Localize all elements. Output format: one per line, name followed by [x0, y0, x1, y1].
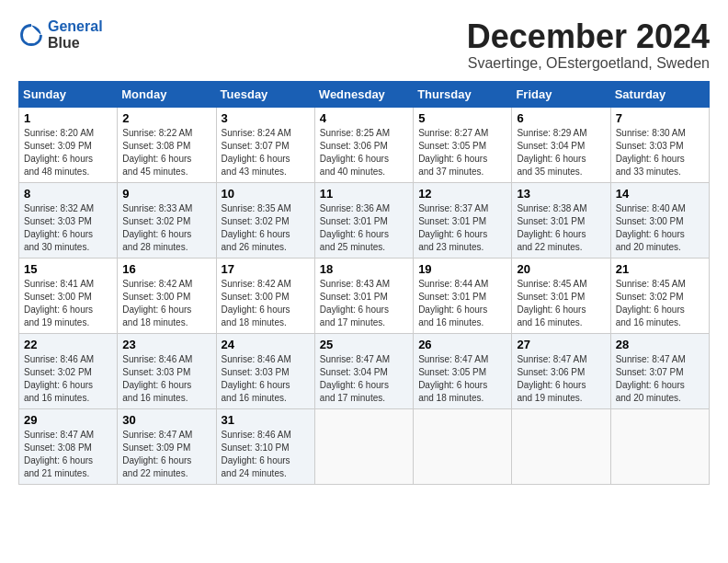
day-number: 22: [24, 338, 112, 351]
day-number: 2: [122, 111, 210, 125]
day-number: 15: [24, 262, 112, 276]
calendar-cell: 26Sunrise: 8:47 AM Sunset: 3:05 PM Dayli…: [414, 333, 512, 408]
day-number: 28: [616, 338, 704, 351]
day-number: 5: [418, 111, 506, 125]
day-info: Sunrise: 8:29 AM Sunset: 3:04 PM Dayligh…: [517, 127, 605, 178]
header-thursday: Thursday: [414, 81, 512, 107]
day-info: Sunrise: 8:42 AM Sunset: 3:00 PM Dayligh…: [122, 278, 210, 329]
day-info: Sunrise: 8:47 AM Sunset: 3:07 PM Dayligh…: [616, 353, 704, 405]
logo-icon: [18, 22, 44, 48]
day-number: 14: [616, 187, 704, 201]
day-info: Sunrise: 8:43 AM Sunset: 3:01 PM Dayligh…: [320, 278, 408, 329]
day-info: Sunrise: 8:22 AM Sunset: 3:08 PM Dayligh…: [122, 127, 210, 178]
day-info: Sunrise: 8:32 AM Sunset: 3:03 PM Dayligh…: [24, 202, 112, 254]
calendar-cell: 9Sunrise: 8:33 AM Sunset: 3:02 PM Daylig…: [118, 182, 216, 258]
day-info: Sunrise: 8:30 AM Sunset: 3:03 PM Dayligh…: [616, 127, 704, 178]
day-info: Sunrise: 8:42 AM Sunset: 3:00 PM Dayligh…: [222, 278, 310, 329]
calendar-cell: 28Sunrise: 8:47 AM Sunset: 3:07 PM Dayli…: [610, 333, 709, 408]
header-monday: Monday: [118, 81, 216, 107]
calendar-week-2: 8Sunrise: 8:32 AM Sunset: 3:03 PM Daylig…: [19, 182, 710, 258]
day-number: 27: [517, 338, 605, 351]
calendar-week-4: 22Sunrise: 8:46 AM Sunset: 3:02 PM Dayli…: [19, 333, 710, 408]
day-number: 17: [222, 262, 310, 276]
calendar-cell: [314, 408, 413, 484]
calendar-cell: 6Sunrise: 8:29 AM Sunset: 3:04 PM Daylig…: [512, 107, 610, 182]
day-info: Sunrise: 8:38 AM Sunset: 3:01 PM Dayligh…: [517, 202, 605, 254]
day-number: 24: [222, 338, 310, 351]
day-number: 20: [517, 262, 605, 276]
calendar-cell: 3Sunrise: 8:24 AM Sunset: 3:07 PM Daylig…: [216, 107, 314, 182]
day-info: Sunrise: 8:46 AM Sunset: 3:10 PM Dayligh…: [222, 429, 310, 480]
calendar-cell: 21Sunrise: 8:45 AM Sunset: 3:02 PM Dayli…: [610, 258, 709, 333]
calendar-cell: 5Sunrise: 8:27 AM Sunset: 3:05 PM Daylig…: [414, 107, 512, 182]
logo-text: General Blue: [48, 18, 103, 52]
calendar-cell: [414, 408, 512, 484]
calendar-cell: 8Sunrise: 8:32 AM Sunset: 3:03 PM Daylig…: [19, 182, 118, 258]
calendar-cell: 14Sunrise: 8:40 AM Sunset: 3:00 PM Dayli…: [610, 182, 709, 258]
day-info: Sunrise: 8:46 AM Sunset: 3:03 PM Dayligh…: [122, 353, 210, 405]
calendar-cell: 30Sunrise: 8:47 AM Sunset: 3:09 PM Dayli…: [118, 408, 216, 484]
day-info: Sunrise: 8:36 AM Sunset: 3:01 PM Dayligh…: [320, 202, 408, 254]
day-info: Sunrise: 8:45 AM Sunset: 3:02 PM Dayligh…: [616, 278, 704, 329]
calendar-cell: 13Sunrise: 8:38 AM Sunset: 3:01 PM Dayli…: [512, 182, 610, 258]
calendar-cell: 17Sunrise: 8:42 AM Sunset: 3:00 PM Dayli…: [216, 258, 314, 333]
calendar-cell: 16Sunrise: 8:42 AM Sunset: 3:00 PM Dayli…: [118, 258, 216, 333]
month-title: December 2024: [467, 18, 710, 55]
day-info: Sunrise: 8:47 AM Sunset: 3:09 PM Dayligh…: [122, 429, 210, 480]
day-number: 26: [418, 338, 506, 351]
day-info: Sunrise: 8:47 AM Sunset: 3:08 PM Dayligh…: [24, 429, 112, 480]
day-info: Sunrise: 8:27 AM Sunset: 3:05 PM Dayligh…: [418, 127, 506, 178]
day-number: 3: [222, 111, 310, 125]
calendar-cell: 15Sunrise: 8:41 AM Sunset: 3:00 PM Dayli…: [19, 258, 118, 333]
day-number: 1: [24, 111, 112, 125]
day-number: 10: [222, 187, 310, 201]
calendar-cell: 19Sunrise: 8:44 AM Sunset: 3:01 PM Dayli…: [414, 258, 512, 333]
header-saturday: Saturday: [610, 81, 709, 107]
calendar-cell: 23Sunrise: 8:46 AM Sunset: 3:03 PM Dayli…: [118, 333, 216, 408]
day-info: Sunrise: 8:44 AM Sunset: 3:01 PM Dayligh…: [418, 278, 506, 329]
calendar-week-3: 15Sunrise: 8:41 AM Sunset: 3:00 PM Dayli…: [19, 258, 710, 333]
calendar-cell: 20Sunrise: 8:45 AM Sunset: 3:01 PM Dayli…: [512, 258, 610, 333]
calendar-cell: [610, 408, 709, 484]
calendar-week-1: 1Sunrise: 8:20 AM Sunset: 3:09 PM Daylig…: [19, 107, 710, 182]
calendar-cell: 22Sunrise: 8:46 AM Sunset: 3:02 PM Dayli…: [19, 333, 118, 408]
day-number: 9: [122, 187, 210, 201]
day-info: Sunrise: 8:25 AM Sunset: 3:06 PM Dayligh…: [320, 127, 408, 178]
day-info: Sunrise: 8:45 AM Sunset: 3:01 PM Dayligh…: [517, 278, 605, 329]
calendar-cell: 25Sunrise: 8:47 AM Sunset: 3:04 PM Dayli…: [314, 333, 413, 408]
logo: General Blue: [18, 18, 103, 52]
day-number: 31: [222, 413, 310, 427]
header-wednesday: Wednesday: [314, 81, 413, 107]
calendar-cell: 29Sunrise: 8:47 AM Sunset: 3:08 PM Dayli…: [19, 408, 118, 484]
day-info: Sunrise: 8:35 AM Sunset: 3:02 PM Dayligh…: [222, 202, 310, 254]
day-info: Sunrise: 8:24 AM Sunset: 3:07 PM Dayligh…: [222, 127, 310, 178]
day-number: 16: [122, 262, 210, 276]
calendar-cell: 18Sunrise: 8:43 AM Sunset: 3:01 PM Dayli…: [314, 258, 413, 333]
calendar-cell: 12Sunrise: 8:37 AM Sunset: 3:01 PM Dayli…: [414, 182, 512, 258]
location-title: Svaertinge, OEstergoetland, Sweden: [467, 55, 710, 72]
day-number: 12: [418, 187, 506, 201]
day-number: 29: [24, 413, 112, 427]
calendar-header-row: SundayMondayTuesdayWednesdayThursdayFrid…: [19, 81, 710, 107]
day-info: Sunrise: 8:41 AM Sunset: 3:00 PM Dayligh…: [24, 278, 112, 329]
calendar-cell: 2Sunrise: 8:22 AM Sunset: 3:08 PM Daylig…: [118, 107, 216, 182]
day-info: Sunrise: 8:47 AM Sunset: 3:05 PM Dayligh…: [418, 353, 506, 405]
calendar-cell: 1Sunrise: 8:20 AM Sunset: 3:09 PM Daylig…: [19, 107, 118, 182]
day-info: Sunrise: 8:20 AM Sunset: 3:09 PM Dayligh…: [24, 127, 112, 178]
calendar-cell: [512, 408, 610, 484]
day-number: 7: [616, 111, 704, 125]
calendar-cell: 7Sunrise: 8:30 AM Sunset: 3:03 PM Daylig…: [610, 107, 709, 182]
day-info: Sunrise: 8:47 AM Sunset: 3:06 PM Dayligh…: [517, 353, 605, 405]
header-friday: Friday: [512, 81, 610, 107]
day-number: 8: [24, 187, 112, 201]
day-info: Sunrise: 8:46 AM Sunset: 3:03 PM Dayligh…: [222, 353, 310, 405]
day-info: Sunrise: 8:40 AM Sunset: 3:00 PM Dayligh…: [616, 202, 704, 254]
day-number: 4: [320, 111, 408, 125]
calendar-table: SundayMondayTuesdayWednesdayThursdayFrid…: [18, 81, 710, 485]
calendar-cell: 31Sunrise: 8:46 AM Sunset: 3:10 PM Dayli…: [216, 408, 314, 484]
header-sunday: Sunday: [19, 81, 118, 107]
day-info: Sunrise: 8:33 AM Sunset: 3:02 PM Dayligh…: [122, 202, 210, 254]
calendar-cell: 10Sunrise: 8:35 AM Sunset: 3:02 PM Dayli…: [216, 182, 314, 258]
calendar-cell: 24Sunrise: 8:46 AM Sunset: 3:03 PM Dayli…: [216, 333, 314, 408]
calendar-cell: 4Sunrise: 8:25 AM Sunset: 3:06 PM Daylig…: [314, 107, 413, 182]
